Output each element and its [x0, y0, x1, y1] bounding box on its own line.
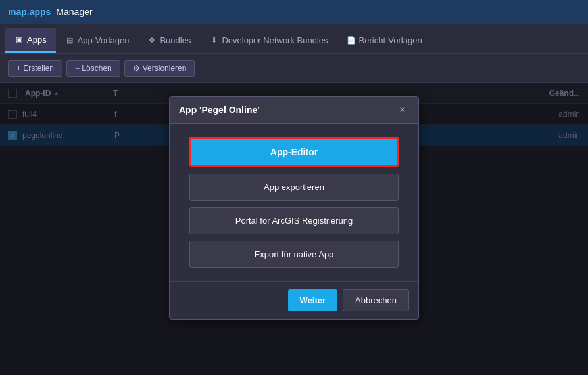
versionieren-label: Versionieren: [143, 64, 187, 73]
weiter-button[interactable]: Weiter: [288, 289, 338, 311]
app-vorlagen-icon: ▤: [65, 36, 74, 45]
bericht-icon: 📄: [347, 36, 356, 45]
export-native-label: Export für native App: [255, 249, 334, 259]
app-exportieren-label: App exportieren: [264, 182, 324, 192]
brand-title: map.apps: [8, 7, 51, 17]
erstellen-button[interactable]: + Erstellen: [8, 60, 62, 77]
portal-arcgis-button[interactable]: Portal for ArcGIS Registrierung: [189, 207, 399, 234]
abbrechen-label: Abbrechen: [355, 295, 397, 305]
dev-network-icon: ⬇: [209, 36, 218, 45]
versionieren-button[interactable]: ⚙ Versionieren: [124, 60, 195, 77]
toolbar: + Erstellen − Löschen ⚙ Versionieren: [0, 54, 588, 83]
portal-arcgis-label: Portal for ArcGIS Registrierung: [235, 216, 353, 226]
tab-bundles-label: Bundles: [160, 36, 191, 45]
tab-bericht-vorlagen[interactable]: 📄 Bericht-Vorlagen: [337, 28, 431, 53]
loeschen-label: − Löschen: [75, 64, 112, 73]
dialog-footer: Weiter Abbrechen: [170, 281, 418, 319]
loeschen-button[interactable]: − Löschen: [66, 60, 120, 77]
apps-icon: ▣: [14, 35, 24, 44]
dialog-title: App 'Pegel Online': [179, 105, 260, 115]
dialog-header: App 'Pegel Online' ×: [170, 97, 418, 124]
dialog-overlay: App 'Pegel Online' × App-Editor App expo…: [0, 83, 588, 375]
main-area: App-ID ▲ T Geänd... full4 f admin ✓ pege…: [0, 83, 588, 375]
bundles-icon: ❖: [147, 36, 157, 45]
tab-bar: ▣ Apps ▤ App-Vorlagen ❖ Bundles ⬇ Develo…: [0, 24, 588, 54]
erstellen-label: + Erstellen: [16, 64, 54, 73]
dialog-close-button[interactable]: ×: [396, 103, 409, 116]
tab-developer-network-bundles-label: Developer Network Bundles: [222, 36, 328, 45]
dialog: App 'Pegel Online' × App-Editor App expo…: [169, 96, 419, 320]
tab-app-vorlagen-label: App-Vorlagen: [78, 36, 130, 45]
tab-bundles[interactable]: ❖ Bundles: [138, 28, 200, 53]
abbrechen-button[interactable]: Abbrechen: [343, 289, 409, 311]
tab-developer-network-bundles[interactable]: ⬇ Developer Network Bundles: [200, 28, 337, 53]
weiter-label: Weiter: [300, 295, 326, 305]
tab-apps-label: Apps: [27, 35, 47, 45]
export-native-button[interactable]: Export für native App: [189, 241, 399, 268]
tab-apps[interactable]: ▣ Apps: [5, 28, 56, 53]
manager-title: Manager: [56, 7, 92, 17]
app-exportieren-button[interactable]: App exportieren: [189, 174, 399, 201]
dialog-body: App-Editor App exportieren Portal for Ar…: [170, 124, 418, 281]
tab-bericht-vorlagen-label: Bericht-Vorlagen: [359, 36, 422, 45]
app-editor-button[interactable]: App-Editor: [189, 137, 399, 167]
title-bar: map.apps Manager: [0, 0, 588, 24]
app-editor-label: App-Editor: [270, 147, 318, 157]
versionieren-icon: ⚙: [133, 64, 140, 73]
tab-app-vorlagen[interactable]: ▤ App-Vorlagen: [56, 28, 139, 53]
